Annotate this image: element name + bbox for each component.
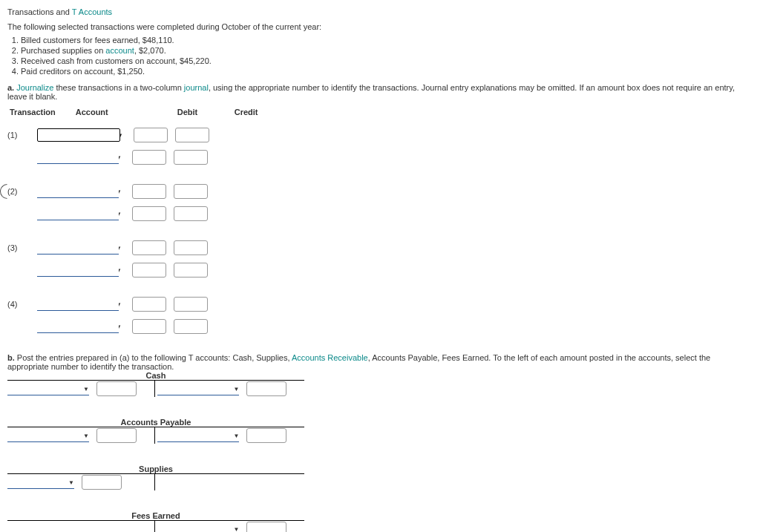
title-prefix: Transactions and bbox=[7, 7, 72, 16]
t-account-fees: Fees Earned ▼ bbox=[7, 511, 304, 532]
title-link[interactable]: T Accounts bbox=[72, 7, 112, 16]
section-a-prompt: a. Journalize these transactions in a tw… bbox=[7, 83, 753, 101]
t-ref-select[interactable] bbox=[157, 523, 239, 533]
debit-input[interactable] bbox=[132, 150, 166, 165]
t-ref-select[interactable] bbox=[7, 430, 89, 442]
a-mid: these transactions in a two-column bbox=[53, 83, 183, 92]
debit-input[interactable] bbox=[132, 206, 166, 221]
th-debit: Debit bbox=[177, 107, 232, 117]
t-ref-select[interactable] bbox=[7, 383, 89, 395]
account-select[interactable] bbox=[37, 298, 119, 311]
intro-text: The following selected transactions were… bbox=[7, 22, 753, 31]
debit-input[interactable] bbox=[132, 240, 166, 255]
section-b: b. Post the entries prepared in (a) to t… bbox=[7, 353, 753, 532]
debit-input[interactable] bbox=[134, 128, 168, 142]
li-pre: Purchased supplies on bbox=[21, 46, 105, 55]
account-select[interactable] bbox=[37, 185, 119, 198]
t-amount-input[interactable] bbox=[96, 381, 137, 396]
th-transaction: Transaction bbox=[9, 107, 73, 117]
account-select[interactable] bbox=[37, 321, 119, 333]
credit-input[interactable] bbox=[174, 206, 208, 221]
t-title: Fees Earned bbox=[7, 511, 304, 520]
section-a: a. Journalize these transactions in a tw… bbox=[7, 83, 753, 334]
account-select[interactable] bbox=[37, 264, 119, 277]
t-title: Supplies bbox=[7, 464, 304, 473]
journal-entry-4: (4) ▼ ▼ bbox=[7, 297, 753, 334]
t-ref-select[interactable] bbox=[7, 476, 74, 489]
credit-input[interactable] bbox=[174, 319, 208, 334]
account-select[interactable] bbox=[37, 151, 119, 164]
t-amount-input[interactable] bbox=[96, 428, 137, 443]
tx-num: (2) bbox=[7, 184, 37, 196]
t-ref-select[interactable] bbox=[157, 430, 239, 442]
b-text: Post the entries prepared in (a) to the … bbox=[15, 353, 292, 362]
journal-entry-3: (3) ▼ ▼ bbox=[7, 240, 753, 278]
t-account-supplies: Supplies ▼ bbox=[7, 464, 304, 490]
a-link2[interactable]: journal bbox=[184, 83, 209, 92]
debit-input[interactable] bbox=[132, 297, 166, 312]
th-account: Account bbox=[75, 107, 175, 117]
account-select[interactable] bbox=[37, 208, 119, 220]
t-title: Accounts Payable bbox=[7, 418, 304, 427]
b-link[interactable]: Accounts Receivable bbox=[292, 353, 368, 362]
list-item: Purchased supplies on account, $2,070. bbox=[21, 46, 753, 55]
list-item: Billed customers for fees earned, $48,11… bbox=[21, 36, 753, 45]
list-item: Paid creditors on account, $1,250. bbox=[21, 67, 753, 76]
li-link[interactable]: account bbox=[105, 46, 134, 55]
credit-input[interactable] bbox=[175, 128, 209, 142]
th-credit: Credit bbox=[234, 107, 289, 117]
t-amount-input[interactable] bbox=[246, 522, 286, 532]
tx-num: (1) bbox=[7, 128, 37, 139]
debit-input[interactable] bbox=[132, 319, 166, 334]
tx-num: (4) bbox=[7, 297, 37, 309]
credit-input[interactable] bbox=[174, 240, 208, 255]
t-amount-input[interactable] bbox=[246, 381, 286, 396]
credit-input[interactable] bbox=[174, 184, 208, 199]
journal-entry-2: (2) ▼ ▼ bbox=[7, 184, 753, 221]
journal-entry-1: (1) ▼ ▼ bbox=[7, 128, 753, 165]
t-title: Cash bbox=[7, 371, 304, 380]
credit-input[interactable] bbox=[174, 297, 208, 312]
credit-input[interactable] bbox=[174, 263, 208, 278]
debit-input[interactable] bbox=[132, 184, 166, 199]
t-amount-input[interactable] bbox=[82, 475, 122, 490]
credit-input[interactable] bbox=[174, 150, 208, 165]
b-prefix: b. bbox=[7, 353, 15, 362]
page-title: Transactions and T Accounts bbox=[7, 7, 753, 16]
li-post: , $2,070. bbox=[134, 46, 166, 55]
tx-num: (3) bbox=[7, 240, 37, 252]
journal-rows: (1) ▼ ▼ (2) ▼ bbox=[7, 128, 753, 334]
list-item: Received cash from customers on account,… bbox=[21, 56, 753, 65]
account-select[interactable] bbox=[37, 128, 120, 142]
a-link1[interactable]: Journalize bbox=[16, 83, 53, 92]
account-select[interactable] bbox=[37, 242, 119, 254]
section-b-prompt: b. Post the entries prepared in (a) to t… bbox=[7, 353, 753, 371]
debit-input[interactable] bbox=[132, 263, 166, 278]
a-prefix: a. bbox=[7, 83, 16, 92]
t-ref-select[interactable] bbox=[157, 383, 239, 395]
journal-header: Transaction Account Debit Credit bbox=[7, 105, 291, 119]
transaction-list: Billed customers for fees earned, $48,11… bbox=[7, 36, 753, 76]
t-account-ap: Accounts Payable ▼ ▼ bbox=[7, 418, 304, 444]
t-account-cash: Cash ▼ ▼ bbox=[7, 371, 304, 397]
t-amount-input[interactable] bbox=[246, 428, 286, 443]
